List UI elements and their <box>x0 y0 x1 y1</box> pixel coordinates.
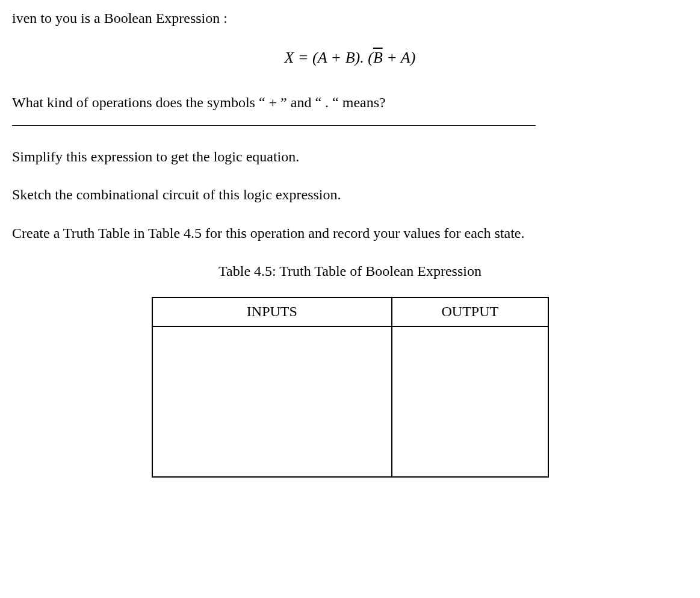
header-inputs: INPUTS <box>152 297 392 326</box>
table-header-row: INPUTS OUTPUT <box>152 297 548 326</box>
eq-bar-b: B <box>373 47 383 69</box>
eq-lhs: X <box>285 49 294 66</box>
table-caption: Table 4.5: Truth Table of Boolean Expres… <box>12 261 688 282</box>
header-output: OUTPUT <box>392 297 548 326</box>
truth-table-instruction: Create a Truth Table in Table 4.5 for th… <box>12 223 680 244</box>
answer-line <box>12 125 536 126</box>
eq-eq: = <box>294 49 313 66</box>
boolean-equation: X = (A + B). (B + A) <box>12 47 688 69</box>
question-symbols: What kind of operations does the symbols… <box>12 93 688 113</box>
intro-text: iven to you is a Boolean Expression : <box>12 8 688 29</box>
sketch-instruction: Sketch the combinational circuit of this… <box>12 185 688 205</box>
eq-part2: + A) <box>383 49 416 66</box>
inputs-cell <box>152 326 392 477</box>
output-cell <box>392 326 548 477</box>
eq-part1: (A + B). ( <box>312 49 373 66</box>
simplify-instruction: Simplify this expression to get the logi… <box>12 147 688 167</box>
truth-table: INPUTS OUTPUT <box>152 297 549 478</box>
table-body-row <box>152 326 548 477</box>
